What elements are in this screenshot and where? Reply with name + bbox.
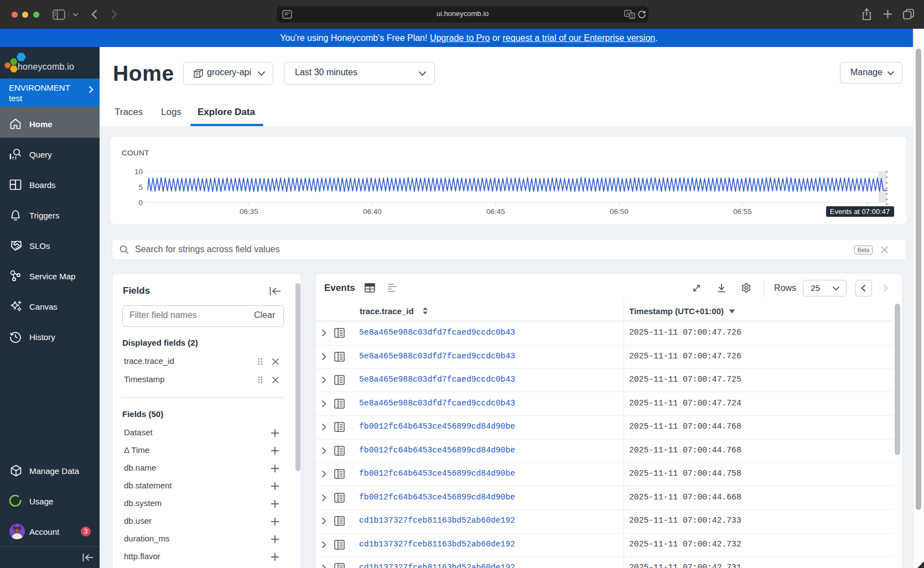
svg-text:10: 10 xyxy=(134,168,143,176)
svg-text:0: 0 xyxy=(138,199,143,207)
svg-text:文: 文 xyxy=(630,14,635,19)
svg-text:5: 5 xyxy=(138,183,143,191)
svg-text:Events at 07:00:47: Events at 07:00:47 xyxy=(830,207,890,216)
svg-text:06:45: 06:45 xyxy=(486,207,505,216)
svg-text:06:35: 06:35 xyxy=(240,207,258,216)
svg-text:06:55: 06:55 xyxy=(733,207,752,216)
svg-text:06:40: 06:40 xyxy=(363,207,382,216)
svg-text:A: A xyxy=(626,11,630,17)
svg-text:06:50: 06:50 xyxy=(610,207,629,216)
